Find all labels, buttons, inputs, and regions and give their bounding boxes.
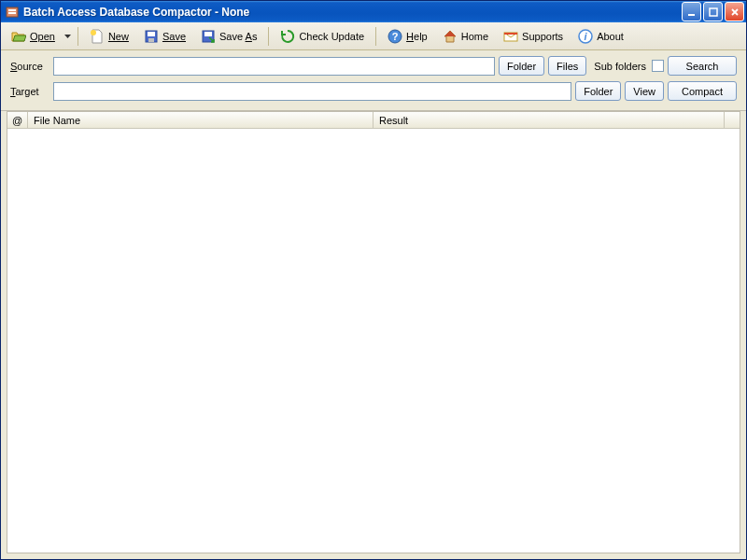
source-folder-button[interactable]: Folder [499, 56, 544, 76]
new-button[interactable]: New [83, 26, 135, 47]
open-button[interactable]: Open [5, 26, 62, 47]
window-controls [682, 2, 744, 21]
column-at[interactable]: @ [7, 112, 28, 128]
svg-rect-2 [8, 12, 16, 14]
check-update-label: Check Update [299, 31, 364, 42]
svg-rect-10 [204, 32, 212, 36]
sub-folders-checkbox[interactable] [652, 60, 664, 72]
search-button[interactable]: Search [668, 56, 737, 76]
source-label: Source [10, 61, 49, 72]
svg-rect-14 [504, 33, 517, 35]
titlebar[interactable]: Batch Access Database Compactor - None [1, 1, 746, 22]
save-as-label: Save As [219, 31, 257, 42]
svg-rect-3 [688, 14, 695, 16]
app-icon [5, 5, 20, 20]
maximize-button[interactable] [703, 2, 723, 21]
app-window: Batch Access Database Compactor - None O… [0, 0, 747, 560]
svg-rect-4 [710, 8, 717, 16]
save-as-icon [201, 29, 216, 44]
target-view-button[interactable]: View [625, 81, 664, 101]
toolbar: Open New Save Save As Check Update ? Hel… [1, 22, 746, 50]
close-button[interactable] [725, 2, 744, 21]
column-filename[interactable]: File Name [28, 112, 374, 128]
supports-label: Supports [522, 31, 563, 42]
compact-button[interactable]: Compact [668, 81, 737, 101]
target-label: Target [10, 86, 49, 97]
separator [78, 27, 78, 46]
folder-open-icon [11, 29, 26, 44]
save-as-button[interactable]: Save As [194, 26, 263, 47]
save-button[interactable]: Save [137, 26, 192, 47]
column-result[interactable]: Result [374, 112, 725, 128]
help-button[interactable]: ? Help [381, 26, 434, 47]
svg-rect-7 [148, 32, 155, 36]
open-dropdown[interactable] [63, 35, 73, 38]
help-label: Help [406, 31, 428, 42]
save-icon [144, 29, 159, 44]
about-button[interactable]: i About [571, 26, 630, 47]
sub-folders-label: Sub folders [594, 61, 646, 72]
table-body[interactable] [7, 129, 740, 553]
svg-point-5 [91, 30, 96, 35]
help-icon: ? [388, 29, 402, 44]
svg-rect-8 [148, 38, 154, 42]
new-label: New [108, 31, 129, 42]
refresh-icon [280, 29, 295, 44]
svg-rect-1 [8, 9, 16, 11]
mail-icon [503, 29, 518, 44]
source-files-button[interactable]: Files [548, 56, 586, 76]
table-header: @ File Name Result [7, 112, 740, 129]
info-icon: i [578, 29, 593, 44]
target-folder-button[interactable]: Folder [575, 81, 621, 101]
window-title: Batch Access Database Compactor - None [23, 6, 682, 19]
form-area: Source Folder Files Sub folders Search T… [1, 50, 746, 111]
about-label: About [597, 31, 624, 42]
column-spacer [725, 112, 740, 128]
separator [268, 27, 269, 46]
source-input[interactable] [53, 57, 495, 76]
home-icon [443, 29, 458, 44]
minimize-button[interactable] [682, 2, 701, 21]
check-update-button[interactable]: Check Update [274, 26, 371, 47]
home-button[interactable]: Home [436, 26, 495, 47]
save-label: Save [162, 31, 186, 42]
supports-button[interactable]: Supports [497, 26, 570, 47]
svg-text:?: ? [392, 31, 399, 42]
new-file-icon [90, 29, 105, 44]
open-label: Open [30, 31, 55, 42]
separator [375, 27, 376, 46]
file-table: @ File Name Result [7, 111, 740, 553]
target-row: Target Folder View Compact [10, 81, 737, 101]
target-input[interactable] [53, 82, 571, 101]
source-row: Source Folder Files Sub folders Search [10, 56, 737, 76]
home-label: Home [461, 31, 488, 42]
